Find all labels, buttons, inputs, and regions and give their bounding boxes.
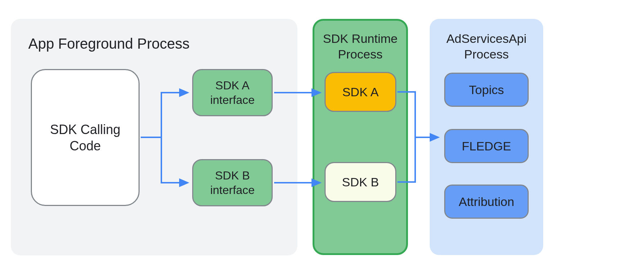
sdk-a-interface-label: SDK Ainterface <box>210 78 255 107</box>
topics-api-box: Topics <box>444 73 529 107</box>
adservices-title: AdServicesApiProcess <box>433 31 540 62</box>
sdk-calling-code-label: SDK CallingCode <box>50 121 120 154</box>
diagram-canvas: App Foreground Process SDK CallingCode S… <box>0 0 644 271</box>
sdk-a-interface-box: SDK Ainterface <box>192 69 273 116</box>
topics-api-label: Topics <box>469 82 504 98</box>
sdk-b-interface-label: SDK Binterface <box>210 168 255 197</box>
fledge-api-box: FLEDGE <box>444 129 529 163</box>
attribution-api-box: Attribution <box>444 185 529 219</box>
sdk-b-interface-box: SDK Binterface <box>192 159 273 206</box>
sdk-calling-code-box: SDK CallingCode <box>31 69 140 206</box>
sdk-a-label: SDK A <box>342 84 379 100</box>
sdk-b-label: SDK B <box>342 174 379 190</box>
fledge-api-label: FLEDGE <box>462 138 511 154</box>
sdk-runtime-title: SDK RuntimeProcess <box>316 31 404 62</box>
sdk-b-box: SDK B <box>325 162 396 202</box>
attribution-api-label: Attribution <box>459 194 514 210</box>
app-foreground-title: App Foreground Process <box>28 35 190 53</box>
sdk-a-box: SDK A <box>325 72 396 112</box>
